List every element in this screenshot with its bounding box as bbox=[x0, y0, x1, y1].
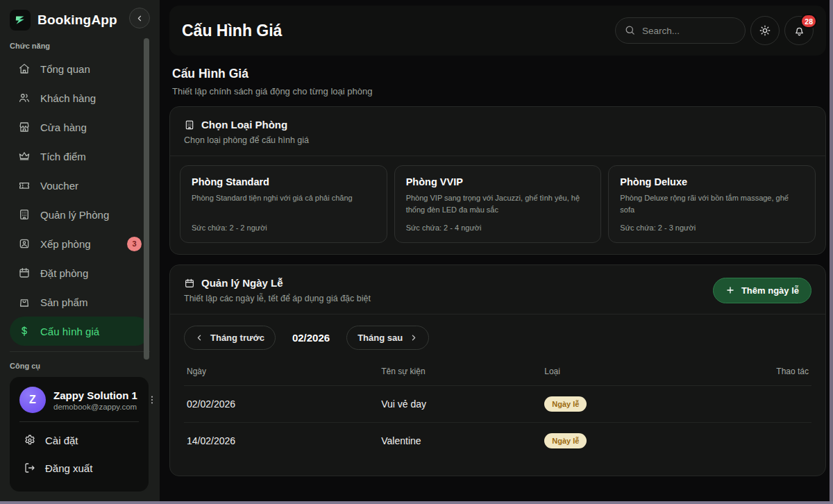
logout-label: Đăng xuất bbox=[45, 462, 92, 474]
settings-label: Cài đặt bbox=[45, 435, 78, 446]
chevron-right-icon bbox=[409, 333, 418, 342]
room-name: Phòng VVIP bbox=[406, 176, 590, 187]
user-card-divider bbox=[19, 421, 139, 422]
holiday-event-name: Vui vẻ day bbox=[378, 386, 541, 423]
plus-icon bbox=[725, 285, 735, 295]
sidebar-item-tổng-quan[interactable]: Tổng quan bbox=[10, 54, 150, 83]
sidebar-item-label: Cấu hình giá bbox=[40, 326, 99, 337]
sidebar-item-đặt-phòng[interactable]: Đặt phòng bbox=[10, 258, 150, 287]
column-header: Loại bbox=[541, 362, 717, 386]
holiday-card-title: Quản lý Ngày Lễ bbox=[201, 277, 283, 289]
user-name: Zappy Solution 1 bbox=[53, 389, 137, 401]
chevron-left-icon bbox=[195, 333, 204, 342]
add-holiday-label: Thêm ngày lễ bbox=[741, 285, 799, 296]
delete-holiday-button[interactable] bbox=[806, 443, 809, 446]
room-description: Phòng VIP sang trọng với Jacuzzi, ghế tì… bbox=[406, 192, 590, 215]
profile-row: Z Zappy Solution 1 demobook@zappy.com bbox=[19, 387, 139, 413]
next-month-label: Tháng sau bbox=[357, 333, 403, 343]
holiday-event-name: Valentine bbox=[378, 423, 541, 460]
sidebar-item-label: Xếp phòng bbox=[40, 238, 91, 250]
holiday-row: 14/02/2026ValentineNgày lễ bbox=[184, 423, 811, 460]
room-type-card-header: Chọn Loại Phòng Chọn loại phòng để cấu h… bbox=[170, 107, 825, 156]
bag-icon bbox=[18, 296, 31, 308]
vertical-scrollbar[interactable] bbox=[830, 0, 833, 504]
sidebar-nav: Tổng quanKhách hàngCửa hàngTích điểmVouc… bbox=[0, 54, 160, 346]
app-logo-icon bbox=[10, 10, 31, 31]
month-nav: Tháng trước 02/2026 Tháng sau bbox=[184, 326, 811, 350]
sidebar-scrollbar[interactable] bbox=[144, 38, 149, 360]
kebab-menu-icon[interactable] bbox=[145, 393, 159, 407]
person-card-icon bbox=[18, 237, 31, 250]
room-capacity: Sức chứa: 2 - 4 người bbox=[406, 215, 590, 232]
holiday-table: NgàyTên sự kiệnLoạiThao tác 02/02/2026Vu… bbox=[184, 362, 811, 459]
sidebar-item-label: Tổng quan bbox=[40, 63, 90, 75]
next-month-button[interactable]: Tháng sau bbox=[346, 326, 429, 350]
column-header: Thao tác bbox=[717, 362, 811, 386]
holiday-card-body: Tháng trước 02/2026 Tháng sau NgàyTên sự… bbox=[170, 314, 825, 476]
column-header: Ngày bbox=[184, 362, 378, 386]
room-capacity: Sức chứa: 2 - 3 người bbox=[620, 215, 804, 232]
prev-month-button[interactable]: Tháng trước bbox=[184, 326, 276, 350]
avatar: Z bbox=[19, 387, 46, 413]
sidebar-section-functions: Chức năng bbox=[0, 32, 160, 54]
page-head: Cấu Hình Giá Thiết lập chính sách giá độ… bbox=[172, 67, 823, 96]
app-logo-row: BookingApp bbox=[0, 8, 160, 32]
holiday-table-header-row: NgàyTên sự kiệnLoạiThao tác bbox=[184, 362, 811, 386]
sidebar-item-sản-phẩm[interactable]: Sản phẩm bbox=[10, 287, 150, 317]
delete-holiday-button[interactable] bbox=[806, 406, 809, 409]
sidebar-item-tích-điểm[interactable]: Tích điểm bbox=[10, 142, 150, 171]
calendar-icon bbox=[18, 267, 31, 279]
building-icon bbox=[184, 119, 195, 131]
sun-icon bbox=[759, 24, 771, 37]
theme-toggle-button[interactable] bbox=[750, 16, 780, 45]
main-area: Cấu Hình Giá 28 Cấu Hình Giá bbox=[160, 0, 833, 501]
rooms-grid: Phòng StandardPhòng Standard tiện nghi v… bbox=[170, 156, 825, 254]
app-name: BookingApp bbox=[37, 12, 117, 28]
sidebar-item-cửa-hàng[interactable]: Cửa hàng bbox=[10, 112, 150, 142]
sidebar-item-voucher[interactable]: Voucher bbox=[10, 171, 150, 200]
search-wrap bbox=[615, 17, 746, 44]
prev-month-label: Tháng trước bbox=[210, 333, 264, 343]
holiday-row: 02/02/2026Vui vẻ dayNgày lễ bbox=[184, 386, 811, 423]
column-header: Tên sự kiện bbox=[378, 362, 541, 386]
sidebar-item-xếp-phòng[interactable]: Xếp phòng3 bbox=[10, 229, 150, 258]
notifications-button[interactable]: 28 bbox=[784, 16, 814, 45]
holiday-card: Quản lý Ngày Lễ Thiết lập các ngày lễ, t… bbox=[169, 264, 826, 476]
room-type-option[interactable]: Phòng StandardPhòng Standard tiện nghi v… bbox=[180, 165, 387, 243]
chevron-left-icon bbox=[135, 14, 144, 23]
logout-icon bbox=[24, 462, 36, 474]
user-card: Z Zappy Solution 1 demobook@zappy.com Cà… bbox=[10, 377, 149, 492]
dollar-icon bbox=[18, 325, 31, 337]
add-holiday-button[interactable]: Thêm ngày lễ bbox=[713, 278, 811, 303]
sidebar-collapse-button[interactable] bbox=[129, 8, 150, 28]
holiday-date: 14/02/2026 bbox=[184, 423, 378, 460]
sidebar-item-badge: 3 bbox=[127, 237, 142, 251]
room-type-option[interactable]: Phòng DeluxePhòng Deluxe rộng rãi với bồ… bbox=[608, 165, 816, 243]
search-icon bbox=[624, 24, 636, 36]
sidebar-item-khách-hàng[interactable]: Khách hàng bbox=[10, 83, 150, 112]
room-description: Phòng Deluxe rộng rãi với bồn tắm massag… bbox=[620, 192, 804, 215]
topbar-title: Cấu Hình Giá bbox=[182, 22, 282, 40]
sidebar-item-cấu-hình-giá[interactable]: Cấu hình giá bbox=[10, 317, 150, 346]
page-subtitle: Thiết lập chính sách giá động cho từng l… bbox=[172, 86, 823, 96]
holiday-card-subtitle: Thiết lập các ngày lễ, tết để áp dụng gi… bbox=[184, 294, 371, 303]
holiday-date: 02/02/2026 bbox=[184, 386, 378, 423]
logout-menu-item[interactable]: Đăng xuất bbox=[19, 454, 139, 482]
room-type-card-title: Chọn Loại Phòng bbox=[201, 119, 287, 131]
sidebar-item-label: Đặt phòng bbox=[40, 267, 88, 279]
gear-icon bbox=[24, 434, 36, 446]
sidebar-item-quản-lý-phòng[interactable]: Quản lý Phòng bbox=[10, 200, 150, 229]
page-title: Cấu Hình Giá bbox=[172, 67, 823, 81]
sidebar-item-label: Sản phẩm bbox=[40, 296, 87, 308]
ticket-icon bbox=[18, 179, 31, 192]
sidebar-item-label: Tích điểm bbox=[40, 151, 86, 162]
room-name: Phòng Standard bbox=[192, 176, 376, 187]
sidebar-item-label: Voucher bbox=[40, 180, 78, 192]
holiday-type-badge: Ngày lễ bbox=[544, 433, 587, 448]
settings-menu-item[interactable]: Cài đặt bbox=[19, 426, 139, 454]
horizontal-scrollbar[interactable] bbox=[0, 501, 833, 504]
sidebar-section-tools: Công cụ bbox=[0, 352, 160, 374]
room-name: Phòng Deluxe bbox=[620, 176, 804, 187]
current-month-label: 02/2026 bbox=[292, 332, 330, 344]
room-type-option[interactable]: Phòng VVIPPhòng VIP sang trọng với Jacuz… bbox=[394, 165, 602, 243]
